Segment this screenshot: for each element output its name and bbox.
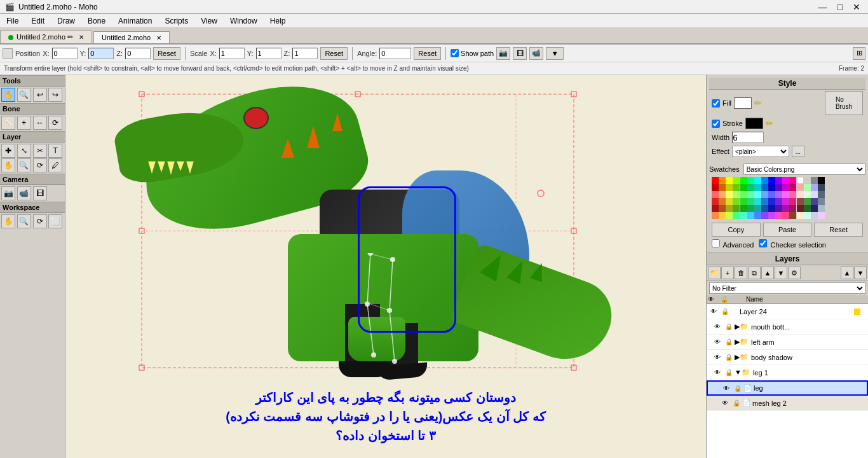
sy-input[interactable] [256,48,281,59]
layer-tool-6[interactable]: 🔍 [17,158,31,172]
layer-vis-mouth[interactable]: 👁 [712,321,723,333]
color-y2[interactable] [719,212,726,219]
color-darkyg[interactable] [733,184,740,191]
reset-scale-button[interactable]: Reset [320,47,348,60]
color-yellow-green[interactable] [733,177,740,184]
camera-tool-2[interactable]: 📹 [17,186,31,200]
camera-dropdown[interactable]: ▼ [546,47,564,60]
layer-lock-bodyshadow[interactable]: 🔒 [723,352,735,363]
color-y6[interactable] [747,212,754,219]
color-darkyellow[interactable] [726,184,733,191]
tool-transform[interactable]: ✋ [1,88,15,102]
color-w3[interactable] [726,205,733,212]
layer-row-leg[interactable]: 👁 🔒 📄 leg [707,380,868,396]
color-darkmagenta[interactable] [782,184,789,191]
layer-tool-1[interactable]: ✚ [1,144,15,158]
ws-tool-3[interactable]: ⟳ [33,214,47,228]
color-w12[interactable] [789,205,796,212]
canvas[interactable]: دوستان کسی میتونه بگه چطور به پای این کا… [65,75,706,458]
layers-add-group-btn[interactable]: 📁 [708,267,721,279]
layer-tool-4[interactable]: T [48,144,62,158]
ws-tool-4[interactable]: ⬜ [48,214,62,228]
tab-close-2[interactable]: ✕ [156,34,161,41]
bone-tool-3[interactable]: ↔ [33,116,47,130]
color-x2[interactable] [804,205,811,212]
color-s7[interactable] [754,191,761,198]
tab-untitled2[interactable]: Untitled 2.moho ✕ [93,31,170,43]
layer-row-layer24[interactable]: 👁 🔒 Layer 24 [707,304,868,319]
show-path-checkbox[interactable] [451,49,459,57]
layers-delete-btn[interactable]: 🗑 [735,267,747,279]
layer-lock-meshleg2[interactable]: 🔒 [731,398,742,409]
checker-checkbox[interactable] [759,239,767,247]
color-darkblue[interactable] [768,184,775,191]
no-brush-button[interactable]: NoBrush [825,91,863,115]
color-u10[interactable] [775,198,782,205]
layer-lock-mouth[interactable]: 🔒 [723,321,735,333]
x-input[interactable] [52,48,78,59]
tab-close-1[interactable]: ✕ [79,34,84,41]
color-y3[interactable] [726,212,733,219]
color-s12[interactable] [789,191,796,198]
fill-edit-icon[interactable]: ✏ [754,98,762,108]
layer-vis-leg[interactable]: 👁 [721,382,732,394]
color-u11[interactable] [782,198,789,205]
swatches-preset-select[interactable]: Basic Colors.png [743,163,865,175]
color-s5[interactable] [740,191,747,198]
minimize-button[interactable]: — [816,2,830,12]
color-u4[interactable] [733,198,740,205]
menu-animation[interactable]: Animation [112,15,158,27]
color-z4[interactable] [818,212,825,219]
color-z3[interactable] [811,212,818,219]
tab-untitled1[interactable]: Untitled 2.moho ✏ ✕ [0,31,92,43]
menu-file[interactable]: File [0,15,25,27]
layer-row-meshleg2[interactable]: 👁 🔒 📄 mesh leg 2 [707,396,868,411]
color-darkred[interactable] [712,184,719,191]
color-gray[interactable] [811,177,818,184]
layers-move-up-btn[interactable]: ▲ [761,267,774,279]
color-darkpurple[interactable] [775,184,782,191]
layer-tool-7[interactable]: ⟳ [33,158,47,172]
color-yellow[interactable] [726,177,733,184]
camera-btn2[interactable]: 🎞 [513,47,527,60]
color-teal[interactable] [747,177,754,184]
color-s3[interactable] [726,191,733,198]
menu-help[interactable]: Help [264,15,292,27]
layer-vis-24[interactable]: 👁 [708,306,719,317]
color-s10[interactable] [775,191,782,198]
color-z1[interactable] [797,212,804,219]
color-purple[interactable] [775,177,782,184]
reset-position-button[interactable]: Reset [153,47,180,60]
camera-btn1[interactable]: 📷 [496,47,510,60]
layer-row-mouth[interactable]: 👁 🔒 ▶📁 mouth bott... [707,319,868,335]
layers-scroll-down-btn[interactable]: ▼ [854,267,867,279]
y-input[interactable] [88,48,114,59]
layer-tool-8[interactable]: 🖊 [48,158,62,172]
color-red[interactable] [712,177,719,184]
color-v1[interactable] [797,198,804,205]
copy-button[interactable]: Copy [712,223,761,237]
color-w2[interactable] [719,205,726,212]
color-cyan[interactable] [754,177,761,184]
maximize-button[interactable]: □ [835,2,845,12]
camera-tool-3[interactable]: 🎞 [33,186,47,200]
color-w9[interactable] [768,205,775,212]
show-path-checkbox-group[interactable]: Show path [451,49,494,57]
color-y7[interactable] [754,212,761,219]
color-darkpink[interactable] [789,184,796,191]
color-u12[interactable] [789,198,796,205]
color-t1[interactable] [797,191,804,198]
reset-angle-button[interactable]: Reset [414,47,441,60]
color-y9[interactable] [768,212,775,219]
color-u3[interactable] [726,198,733,205]
z-input[interactable] [125,48,151,59]
stroke-edit-icon[interactable]: ✏ [766,118,773,128]
color-r1[interactable] [797,184,804,191]
layers-move-down-btn[interactable]: ▼ [775,267,787,279]
stroke-color-swatch[interactable] [745,118,763,129]
color-darkcyan[interactable] [754,184,761,191]
color-y10[interactable] [775,212,782,219]
layers-add-btn[interactable]: + [721,267,734,279]
tool-zoom[interactable]: 🔍 [17,88,31,102]
color-w5[interactable] [740,205,747,212]
